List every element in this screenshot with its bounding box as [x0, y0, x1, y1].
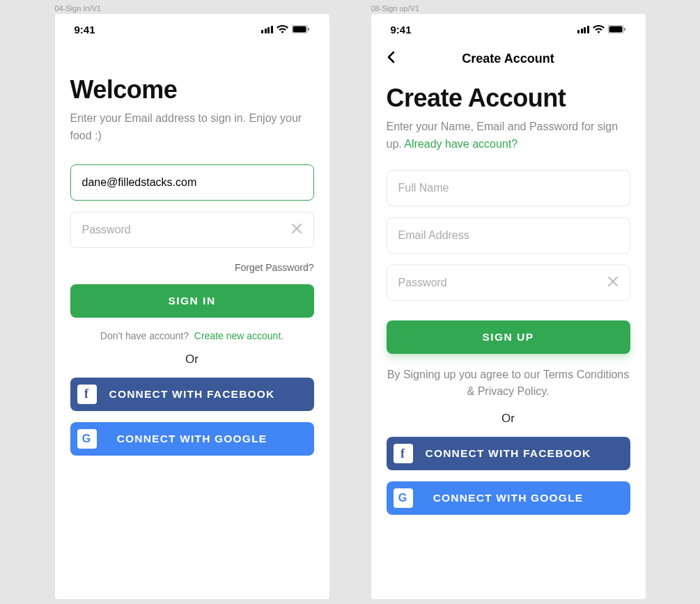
- signup-prompt: Don't have account? Create new account.: [70, 330, 314, 341]
- status-bar: 9:41: [387, 14, 630, 45]
- wifi-icon: [593, 25, 605, 33]
- divider-or: Or: [387, 412, 630, 426]
- email-input[interactable]: [398, 229, 619, 242]
- page-title: Welcome: [70, 75, 314, 104]
- page-title: Create Account: [387, 84, 630, 113]
- signup-screen: 9:41 Create Account Create Account Enter…: [371, 14, 646, 599]
- wifi-icon: [277, 25, 288, 33]
- svg-rect-5: [624, 28, 625, 31]
- email-field[interactable]: [70, 164, 314, 201]
- frame-label: 04-Sign In/V1: [55, 4, 102, 13]
- prompt-text: Don't have account?: [100, 330, 189, 341]
- svg-rect-2: [308, 28, 309, 31]
- google-button[interactable]: G CONNECT WITH GOOGLE: [70, 422, 314, 456]
- terms-text: By Signing up you agree to our Terms Con…: [387, 366, 630, 401]
- svg-rect-1: [293, 26, 306, 33]
- svg-rect-4: [609, 26, 622, 33]
- facebook-button[interactable]: f CONNECT WITH FACEBOOK: [387, 437, 630, 470]
- divider-or: Or: [70, 353, 314, 366]
- signin-screen: 9:41 Welcome Enter your Email address to…: [55, 14, 329, 599]
- facebook-icon: f: [77, 385, 97, 404]
- nav-title: Create Account: [462, 52, 554, 66]
- eye-off-icon[interactable]: [291, 223, 302, 236]
- signin-button[interactable]: SIGN IN: [70, 284, 314, 318]
- status-icons: [577, 25, 626, 33]
- signal-icon: [261, 26, 273, 33]
- google-button-label: CONNECT WITH GOOGLE: [433, 492, 584, 504]
- google-icon: G: [394, 488, 413, 508]
- name-field[interactable]: [387, 170, 630, 206]
- signup-button[interactable]: SIGN UP: [387, 320, 630, 354]
- password-field[interactable]: [387, 265, 630, 301]
- status-bar: 9:41: [70, 14, 314, 45]
- back-button[interactable]: [387, 49, 395, 68]
- status-time: 9:41: [391, 24, 412, 36]
- status-icons: [261, 25, 310, 33]
- battery-icon: [608, 25, 626, 33]
- facebook-button-label: CONNECT WITH FACEBOOK: [109, 388, 275, 401]
- status-time: 9:41: [75, 24, 95, 36]
- google-icon: G: [77, 429, 97, 449]
- email-field[interactable]: [387, 217, 630, 254]
- password-input[interactable]: [82, 224, 302, 236]
- signup-button-label: SIGN UP: [482, 331, 534, 343]
- page-subtitle: Enter your Email address to sign in. Enj…: [70, 110, 314, 145]
- password-input[interactable]: [398, 277, 619, 289]
- nav-bar: Create Account: [387, 45, 630, 72]
- eye-off-icon[interactable]: [607, 276, 619, 289]
- google-button-label: CONNECT WITH GOOGLE: [117, 433, 267, 445]
- email-input[interactable]: [82, 176, 302, 189]
- signin-button-label: SIGN IN: [168, 295, 215, 307]
- create-account-link[interactable]: Create new account.: [194, 330, 283, 341]
- facebook-button[interactable]: f CONNECT WITH FACEBOOK: [70, 378, 314, 411]
- frame-label: 08-Sign up/V1: [371, 4, 420, 13]
- page-subtitle: Enter your Name, Email and Password for …: [387, 118, 630, 153]
- forgot-password-link[interactable]: Forget Password?: [235, 262, 314, 273]
- password-field[interactable]: [70, 212, 314, 248]
- battery-icon: [292, 25, 310, 33]
- signal-icon: [577, 26, 589, 33]
- already-have-account-link[interactable]: Already have account?: [404, 138, 518, 150]
- google-button[interactable]: G CONNECT WITH GOOGLE: [387, 481, 630, 515]
- facebook-icon: f: [394, 444, 413, 463]
- facebook-button-label: CONNECT WITH FACEBOOK: [426, 447, 591, 460]
- name-input[interactable]: [398, 182, 619, 194]
